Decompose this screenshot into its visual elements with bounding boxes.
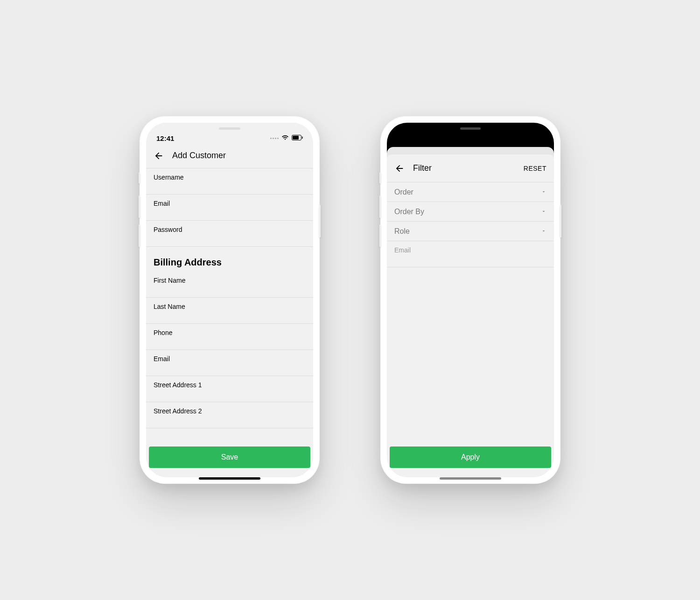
bottom-bar: Apply	[390, 447, 551, 468]
filter-header: Filter RESET	[387, 154, 554, 182]
password-label: Password	[154, 225, 306, 234]
side-button	[379, 172, 381, 183]
phone-right-screen: Filter RESET Order Order By Role	[387, 123, 554, 477]
billing-email-field[interactable]: Email	[146, 350, 313, 376]
side-button	[139, 195, 140, 218]
street-1-field[interactable]: Street Address 1	[146, 376, 313, 402]
back-arrow-icon[interactable]	[394, 163, 405, 174]
status-bar: 12:41	[146, 123, 313, 143]
billing-email-input[interactable]	[154, 363, 306, 374]
side-button	[139, 172, 140, 183]
first-name-label: First Name	[154, 276, 306, 285]
side-button	[139, 224, 140, 247]
username-input[interactable]	[154, 181, 306, 193]
bottom-bar: Save	[149, 447, 310, 468]
phone-left-frame: 12:41 Add Customer	[140, 116, 320, 484]
filter-email-label: Email	[394, 246, 546, 254]
last-name-input[interactable]	[154, 311, 306, 322]
first-name-field[interactable]: First Name	[146, 272, 313, 298]
reset-button[interactable]: RESET	[524, 165, 546, 172]
order-label: Order	[394, 188, 413, 196]
chevron-down-icon	[541, 227, 546, 236]
street-1-input[interactable]	[154, 389, 306, 400]
role-select[interactable]: Role	[387, 222, 554, 241]
side-button	[379, 195, 381, 218]
email-field[interactable]: Email	[146, 195, 313, 221]
apply-button[interactable]: Apply	[390, 447, 551, 468]
chevron-down-icon	[541, 208, 546, 216]
email-input[interactable]	[154, 208, 306, 219]
username-label: Username	[154, 173, 306, 181]
save-button[interactable]: Save	[149, 447, 310, 468]
speaker	[219, 127, 240, 130]
status-time: 12:41	[156, 134, 174, 142]
form-content[interactable]: Username Email Password Billing Address …	[146, 168, 313, 446]
home-indicator	[440, 477, 501, 480]
last-name-label: Last Name	[154, 302, 306, 311]
street-2-label: Street Address 2	[154, 407, 306, 415]
filter-email-field[interactable]: Email	[387, 241, 554, 267]
billing-heading: Billing Address	[146, 247, 313, 272]
billing-email-label: Email	[154, 355, 306, 363]
side-button	[319, 205, 321, 237]
svg-rect-1	[293, 136, 299, 140]
order-select[interactable]: Order	[387, 182, 554, 202]
home-indicator	[199, 477, 260, 480]
page-title: Filter	[413, 163, 515, 173]
street-1-label: Street Address 1	[154, 381, 306, 389]
phone-field[interactable]: Phone	[146, 324, 313, 350]
email-label: Email	[154, 199, 306, 208]
side-button	[379, 224, 381, 247]
chevron-down-icon	[541, 188, 546, 196]
signal-dots-icon	[270, 138, 279, 139]
username-field[interactable]: Username	[146, 168, 313, 195]
phone-left-screen: 12:41 Add Customer	[146, 123, 313, 477]
order-by-label: Order By	[394, 208, 424, 216]
header: Add Customer	[146, 143, 313, 168]
phone-right-frame: Filter RESET Order Order By Role	[380, 116, 560, 484]
side-button	[560, 205, 561, 237]
back-arrow-icon[interactable]	[154, 151, 164, 161]
phone-input[interactable]	[154, 337, 306, 348]
speaker	[460, 127, 481, 130]
password-input[interactable]	[154, 234, 306, 245]
phone-label: Phone	[154, 328, 306, 337]
battery-icon	[292, 134, 303, 142]
svg-rect-2	[302, 137, 303, 139]
filter-content[interactable]: Order Order By Role	[387, 182, 554, 446]
last-name-field[interactable]: Last Name	[146, 298, 313, 324]
filter-email-input[interactable]	[394, 254, 546, 265]
stage: 12:41 Add Customer	[0, 0, 700, 600]
status-right	[270, 134, 303, 142]
page-title: Add Customer	[172, 151, 306, 160]
first-name-input[interactable]	[154, 285, 306, 296]
role-label: Role	[394, 227, 410, 236]
password-field[interactable]: Password	[146, 221, 313, 247]
street-2-input[interactable]	[154, 415, 306, 426]
street-2-field[interactable]: Street Address 2	[146, 402, 313, 428]
order-by-select[interactable]: Order By	[387, 202, 554, 222]
wifi-icon	[281, 134, 289, 142]
